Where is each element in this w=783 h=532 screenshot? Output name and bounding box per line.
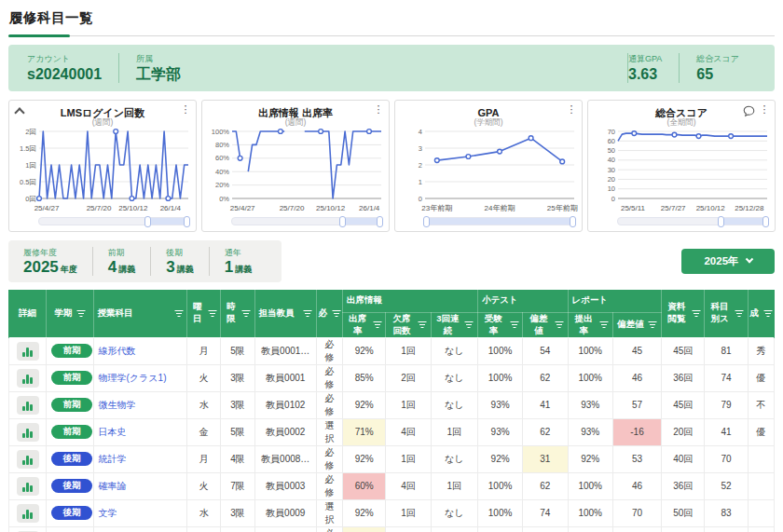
data-cell: 92%: [477, 445, 522, 472]
slider-handle-left[interactable]: [718, 216, 724, 227]
bar-chart-icon: [22, 379, 25, 384]
slider-selected-range[interactable]: [425, 218, 574, 225]
range-slider[interactable]: [617, 217, 768, 225]
kebab-menu-icon[interactable]: ⋮: [759, 103, 770, 116]
slider-handle-left[interactable]: [144, 216, 151, 227]
course-link[interactable]: 物理学(クラス1): [99, 373, 167, 383]
filter-icon[interactable]: [208, 310, 216, 317]
detail-chart-button[interactable]: [17, 450, 39, 469]
data-cell: 教員0001: [254, 364, 316, 391]
slider-handle-right[interactable]: [570, 216, 576, 227]
kebab-menu-icon[interactable]: ⋮: [180, 103, 191, 116]
detail-chart-button[interactable]: [17, 423, 39, 442]
filter-icon[interactable]: [735, 310, 744, 317]
data-cell: 選択: [316, 418, 342, 445]
filter-icon[interactable]: [510, 321, 518, 328]
course-cell: 線形代数: [93, 337, 187, 364]
data-cell: 必修: [316, 445, 342, 472]
detail-chart-button[interactable]: [17, 504, 39, 523]
filter-icon[interactable]: [373, 321, 381, 328]
collapse-chevron-up-icon[interactable]: [16, 107, 22, 114]
filter-icon[interactable]: [692, 310, 700, 317]
course-link[interactable]: 統計学: [99, 454, 127, 464]
filter-icon[interactable]: [763, 310, 772, 317]
term-badge: 前期: [51, 425, 92, 439]
slider-handle-left[interactable]: [423, 216, 430, 227]
filter-icon[interactable]: [76, 310, 85, 317]
data-cell: 93%: [477, 391, 522, 418]
year-select-button[interactable]: 2025年: [681, 249, 775, 274]
data-cell: 92%: [568, 445, 612, 472]
course-link[interactable]: 確率論: [99, 481, 127, 491]
data-cell: 1回: [386, 445, 431, 472]
data-cell: 74: [523, 499, 568, 526]
data-cell: なし: [431, 364, 477, 391]
data-cell: 71%: [343, 418, 386, 445]
course-cell: 文学: [93, 499, 187, 526]
svg-text:0%: 0%: [219, 195, 229, 203]
detail-chart-button[interactable]: [17, 396, 39, 415]
header-course: 授業科目: [93, 290, 187, 337]
header-subject-score: 科目別ス: [705, 290, 748, 337]
slider-handle-right[interactable]: [762, 216, 769, 227]
course-link[interactable]: 文学: [99, 508, 117, 518]
enrollment-year-unit: 年度: [61, 265, 77, 274]
course-cell: 有機化学: [93, 526, 187, 532]
svg-text:50: 50: [608, 146, 615, 155]
comment-bubble-icon[interactable]: [743, 104, 755, 121]
course-link[interactable]: 日本史: [99, 427, 127, 437]
kebab-menu-icon[interactable]: ⋮: [373, 103, 384, 116]
filter-icon[interactable]: [174, 310, 183, 317]
filter-icon[interactable]: [419, 321, 427, 328]
data-cell: 必修: [316, 391, 342, 418]
svg-text:0.5回: 0.5回: [20, 178, 36, 186]
filter-icon[interactable]: [304, 310, 312, 317]
detail-cell: [9, 418, 47, 445]
detail-chart-button[interactable]: [17, 477, 39, 496]
data-cell: 火: [187, 364, 221, 391]
data-cell: 54: [523, 526, 568, 532]
data-cell: 1回: [386, 499, 431, 526]
filter-icon[interactable]: [556, 321, 564, 328]
header-attendance-group: 出席情報: [343, 290, 478, 312]
course-link[interactable]: 微生物学: [99, 400, 136, 410]
course-link[interactable]: 線形代数: [99, 346, 136, 356]
svg-text:25/7/20: 25/7/20: [87, 204, 112, 212]
range-slider[interactable]: [424, 217, 575, 225]
data-cell: 100%: [568, 526, 612, 532]
svg-text:80%: 80%: [215, 141, 229, 149]
data-cell: 優: [748, 364, 774, 391]
svg-text:100%: 100%: [212, 128, 230, 136]
svg-text:70: 70: [608, 128, 615, 136]
header-quiz-group: 小テスト: [477, 290, 568, 312]
slider-selected-range[interactable]: [720, 218, 767, 225]
data-cell: 7限: [221, 472, 254, 499]
data-cell: 53: [612, 445, 661, 472]
slider-handle-left[interactable]: [339, 216, 346, 227]
filter-icon[interactable]: [649, 321, 657, 328]
total-score-block: 総合スコア 65: [679, 53, 756, 83]
slider-handle-right[interactable]: [184, 216, 190, 227]
svg-text:25/10/12: 25/10/12: [118, 204, 148, 212]
kebab-menu-icon[interactable]: ⋮: [566, 103, 577, 116]
data-cell: 水: [187, 391, 221, 418]
full-year-count-block: 通年 1講義: [209, 247, 267, 276]
data-cell: 70: [612, 499, 661, 526]
slider-handle-right[interactable]: [377, 216, 383, 227]
slider-selected-range[interactable]: [146, 218, 188, 225]
affiliation-value: 工学部: [136, 66, 181, 83]
filter-icon[interactable]: [465, 321, 474, 328]
filter-icon[interactable]: [242, 310, 251, 317]
slider-selected-range[interactable]: [341, 218, 381, 225]
data-cell: 45回: [662, 391, 705, 418]
data-cell: 41: [705, 418, 748, 445]
filter-icon[interactable]: [332, 310, 340, 317]
range-slider[interactable]: [231, 217, 382, 225]
data-cell: 6回: [386, 526, 431, 532]
svg-text:4: 4: [419, 128, 422, 136]
filter-icon[interactable]: [600, 321, 609, 328]
detail-chart-button[interactable]: [17, 342, 39, 361]
detail-chart-button[interactable]: [17, 369, 39, 388]
range-slider[interactable]: [38, 217, 189, 225]
term-badge: 後期: [51, 506, 92, 520]
